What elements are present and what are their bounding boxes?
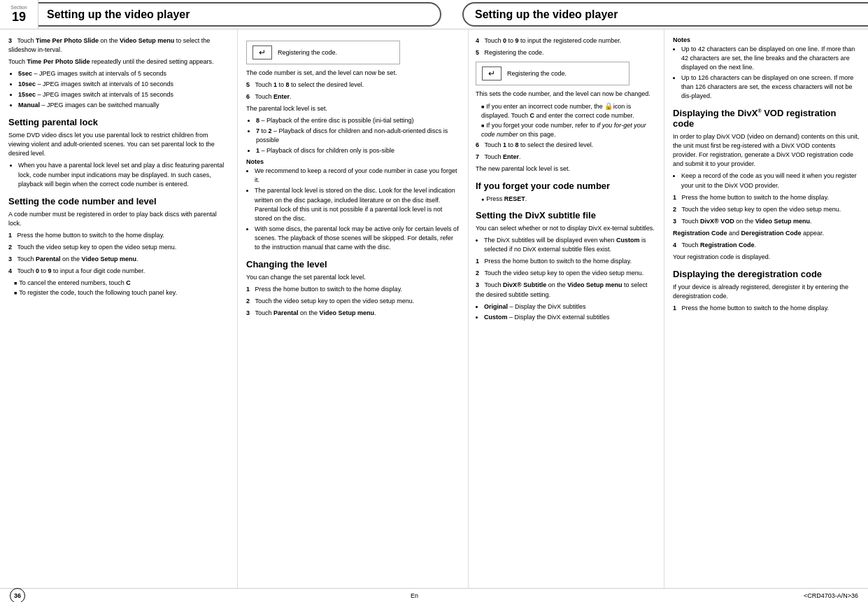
content: 3 Touch Time Per Photo Slide on the Vide…: [0, 29, 868, 588]
step5r: 5 Registering the code.: [476, 48, 657, 57]
dereg-body: If your device is already registered, de…: [673, 283, 860, 301]
vod-bullet1: Keep a record of the code as you will ne…: [681, 172, 860, 190]
reg-codes: Registration Code and Deregistration Cod…: [673, 229, 860, 238]
step1c-mid: 1 Press the home button to switch to the…: [246, 285, 460, 294]
h2-vod: Displaying the DivX® VOD registration co…: [673, 108, 860, 129]
level-7-2: 7 to 2 – Playback of discs for children …: [256, 127, 460, 145]
note-rl-1: If you enter an incorrect code number, t…: [476, 102, 657, 120]
parental-bullet1: When you have a parental lock level set …: [18, 161, 229, 188]
parental-body: Some DVD video discs let you use parenta…: [8, 131, 229, 158]
footer-lang: En: [411, 592, 418, 599]
step2d: 2 Touch the video setup key to open the …: [476, 269, 657, 278]
header-divider: [441, 0, 462, 29]
registering-box-1: ↵ Registering the code.: [246, 41, 400, 64]
code-set2: This sets the code number, and the level…: [476, 90, 657, 99]
code-set-text: The code number is set, and the level ca…: [246, 69, 460, 78]
note-rl-2: If you forget your code number, refer to…: [476, 121, 657, 139]
code-body: A code number must be registered in orde…: [8, 210, 229, 228]
divx-bullets: The DivX subtitles will be displayed eve…: [476, 236, 657, 254]
footer: 36 En <CRD4703-A/N>36: [0, 588, 868, 602]
header: Section 19 Setting up the video player S…: [0, 0, 868, 29]
step3v: 3 Touch DivX® VOD on the Video Setup men…: [673, 217, 860, 226]
page-number-circle: 36: [10, 588, 25, 603]
parental-bullets: When you have a parental lock level set …: [8, 161, 229, 188]
vod-body: In order to play DivX VOD (video on dema…: [673, 132, 860, 169]
h2-parental: Setting parental lock: [8, 117, 229, 127]
changing-body: You can change the set parental lock lev…: [246, 273, 460, 282]
step2-left: 2 Touch the video setup key to open the …: [8, 243, 229, 252]
level-1: 1 – Playback of discs for children only …: [256, 146, 460, 155]
h2-forget: If you forget your code number: [476, 181, 657, 191]
registering-text-1: Registering the code.: [278, 49, 337, 56]
level-8: 8 – Playback of the entire disc is possi…: [256, 116, 460, 125]
section-number: 19: [12, 10, 26, 24]
right-left-column: 4 Touch 0 to 9 to input the registered c…: [469, 29, 664, 588]
notes-list-mid: We recommend to keep a record of your co…: [246, 167, 460, 251]
registering-box-2: ↵ Registering the code.: [476, 62, 629, 85]
bullet-10sec: 10sec – JPEG images switch at intervals …: [18, 80, 229, 89]
new-level: The new parental lock level is set.: [476, 164, 657, 174]
divx-body: You can select whether or not to display…: [476, 224, 657, 233]
page-number: 36: [14, 592, 21, 599]
h2-divx: Setting the DivX subtitle file: [476, 210, 657, 220]
step5-mid: 5 Touch 1 to 8 to select the desired lev…: [246, 80, 460, 90]
lock-icon: 🔒: [604, 102, 611, 108]
subtitle-options: Original – Display the DivX subtitles Cu…: [476, 302, 657, 322]
middle-column: ↵ Registering the code. The code number …: [238, 29, 469, 588]
step6r: 6 Touch 1 to 8 to select the desired lev…: [476, 141, 657, 150]
step1d: 1 Press the home button to switch to the…: [476, 257, 657, 266]
header-title-left: Setting up the video player: [38, 2, 441, 27]
reg-displayed: Your registration code is displayed.: [673, 253, 860, 262]
title-left-text: Setting up the video player: [47, 8, 190, 21]
enter-icon-2: ↵: [482, 66, 501, 80]
note-right-1: Up to 42 characters can be displayed on …: [681, 45, 860, 72]
notes-right: Up to 42 characters can be displayed on …: [673, 45, 860, 101]
level-bullets: 8 – Playback of the entire disc is possi…: [246, 116, 460, 155]
step3-body: Touch Time Per Photo Slide repeatedly un…: [8, 57, 229, 66]
step4r: 4 Touch 0 to 9 to input the registered c…: [476, 36, 657, 46]
note-mid-1: We recommend to keep a record of your co…: [255, 167, 460, 185]
step4-left: 4 Touch 0 to 9 to input a four digit cod…: [8, 267, 229, 276]
header-title-right: Setting up the video player: [462, 2, 868, 27]
footer-model: <CRD4703-A/N>36: [804, 592, 858, 599]
bullet-manual: Manual – JPEG images can be switched man…: [18, 101, 229, 110]
time-bullets: 5sec – JPEG images switch at intervals o…: [8, 69, 229, 110]
bullet-5sec: 5sec – JPEG images switch at intervals o…: [18, 69, 229, 78]
vod-bullets: Keep a record of the code as you will ne…: [673, 172, 860, 190]
note-right-2: Up to 126 characters can be displayed on…: [681, 74, 860, 101]
step3-heading: 3 Touch Time Per Photo Slide on the Vide…: [8, 36, 229, 55]
step2c-mid: 2 Touch the video setup key to open the …: [246, 297, 460, 306]
right-column: Notes Up to 42 characters can be display…: [664, 29, 868, 588]
step1dr: 1 Press the home button to switch to the…: [673, 304, 860, 313]
section-label: Section: [10, 5, 27, 10]
enter-icon-1: ↵: [252, 46, 272, 59]
step1-left: 1 Press the home button to switch to the…: [8, 231, 229, 240]
page: Section 19 Setting up the video player S…: [0, 0, 868, 602]
step4v: 4 Touch Registration Code.: [673, 241, 860, 250]
h2-dereg: Displaying the deregistration code: [673, 269, 860, 279]
sub-step4-1: To cancel the entered numbers, touch C: [8, 279, 229, 288]
step6-mid: 6 Touch Enter.: [246, 92, 460, 102]
notes-label-mid: Notes: [246, 158, 460, 165]
step7r: 7 Touch Enter.: [476, 153, 657, 162]
parental-set: The parental lock level is set.: [246, 104, 460, 113]
bullet-15sec: 15sec – JPEG images switch at intervals …: [18, 90, 229, 99]
step3d: 3 Touch DivX® Subtitle on the Video Setu…: [476, 281, 657, 299]
step3c-mid: 3 Touch Parental on the Video Setup menu…: [246, 309, 460, 318]
h2-changing: Changing the level: [246, 259, 460, 270]
forget-bullet: Press RESET.: [476, 195, 657, 204]
note-mid-3: With some discs, the parental lock may b…: [255, 225, 460, 252]
custom-option: Custom – Display the DivX external subti…: [484, 313, 657, 322]
notes-label-right: Notes: [673, 36, 860, 43]
note-mid-2: The parental lock level is stored on the…: [255, 186, 460, 223]
sub-step4-2: To register the code, touch the followin…: [8, 288, 229, 298]
title-right-text: Setting up the video player: [475, 8, 618, 21]
h2-code: Setting the code number and level: [8, 196, 229, 206]
step2v: 2 Touch the video setup key to open the …: [673, 205, 860, 214]
left-column: 3 Touch Time Per Photo Slide on the Vide…: [0, 29, 238, 588]
divx-bullet1: The DivX subtitles will be displayed eve…: [484, 236, 657, 254]
original-option: Original – Display the DivX subtitles: [484, 302, 657, 312]
registering-text-2: Registering the code.: [507, 70, 567, 77]
step3b-left: 3 Touch Parental on the Video Setup menu…: [8, 255, 229, 264]
section-box: Section 19: [0, 0, 38, 29]
